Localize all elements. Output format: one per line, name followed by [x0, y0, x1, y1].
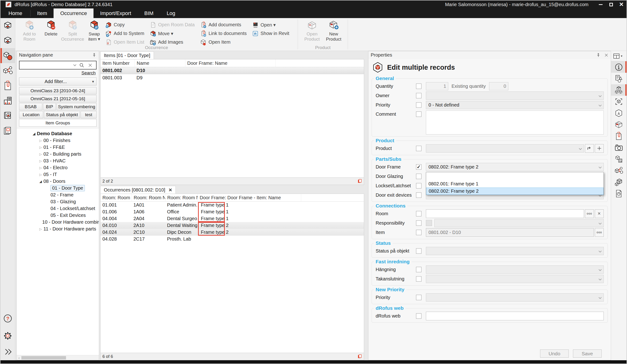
- room-browse-button[interactable]: ooo: [585, 209, 594, 218]
- search-icon[interactable]: [79, 63, 84, 68]
- rtool-classification-button[interactable]: [611, 153, 627, 165]
- open-web-button[interactable]: Open ▾: [252, 20, 294, 29]
- product-open-button[interactable]: [585, 144, 594, 153]
- occurrence-row[interactable]: 04.0102A10Dental WaitingFrame type 2: [101, 222, 364, 229]
- door-frame-checkbox[interactable]: [416, 164, 421, 170]
- tree-item-02-building-parts[interactable]: ▷02 - Building parts: [17, 151, 99, 157]
- tree-expanded-icon[interactable]: ◢: [31, 132, 37, 136]
- hangning-checkbox[interactable]: [416, 267, 421, 272]
- search-input[interactable]: [19, 63, 74, 68]
- delete-button[interactable]: Delete: [41, 20, 61, 37]
- occ-col-room-function[interactable]: Room: Room Fu...: [101, 194, 132, 202]
- tab-item[interactable]: Item: [31, 8, 54, 18]
- existing-quantity-input[interactable]: 0: [489, 82, 508, 90]
- tab-home[interactable]: Home: [0, 8, 30, 18]
- pin-icon[interactable]: [92, 53, 97, 57]
- scrollbar-thumb[interactable]: [21, 356, 66, 360]
- maximize-button[interactable]: [606, 0, 616, 8]
- new-product-button[interactable]: NewProduct: [323, 20, 344, 42]
- tree-item-demo-database[interactable]: ◢Demo Database: [17, 130, 99, 137]
- tree-item-01-door-type[interactable]: 01 - Door Type: [17, 185, 99, 191]
- door-glazing-checkbox[interactable]: [416, 174, 421, 179]
- tab-log[interactable]: Log: [160, 8, 182, 18]
- tree-item-05-exit-devices[interactable]: 05 - Exit Devices: [17, 212, 99, 219]
- items-tab[interactable]: Items [01 - Door Type]: [100, 51, 154, 59]
- pin-icon[interactable]: [596, 53, 601, 57]
- occurrence-row[interactable]: 01.0061A06OfficeFrame type 1: [101, 208, 364, 215]
- rtool-model-button[interactable]: [611, 107, 627, 119]
- product-select[interactable]: [426, 144, 584, 153]
- search-link[interactable]: Search: [17, 70, 96, 76]
- items-row[interactable]: 0801.002 D10: [101, 67, 364, 74]
- tree-collapsed-icon[interactable]: ▷: [38, 227, 44, 231]
- filter-system-numbering-button[interactable]: System numbering: [57, 103, 97, 110]
- rtool-report-button[interactable]: [611, 73, 627, 84]
- scroll-left-icon[interactable]: ‹: [17, 356, 21, 360]
- tree-item-05-it[interactable]: ▷05 - IT: [17, 171, 99, 178]
- show-in-revit-button[interactable]: Show in Revit: [252, 29, 294, 38]
- items-col-item-number[interactable]: Item Number: [101, 59, 135, 67]
- add-to-system-button[interactable]: Add to System: [105, 29, 149, 38]
- lockset-checkbox[interactable]: [416, 183, 421, 188]
- layout-selector-button[interactable]: ▾: [611, 51, 627, 61]
- save-button[interactable]: Save: [573, 349, 602, 358]
- filter-test-button[interactable]: test: [81, 111, 97, 118]
- sidebar-expand-button[interactable]: [0, 347, 15, 357]
- product-add-button[interactable]: [595, 144, 604, 153]
- close-tab-icon[interactable]: ✕: [168, 187, 172, 193]
- swap-item-button[interactable]: Swapitem ▾: [84, 20, 104, 42]
- tree-item-10-door-hardware-combinations[interactable]: 10 - Door Hardware combir: [17, 219, 99, 226]
- filter-status-pa-objekt-button[interactable]: Status på objekt: [44, 111, 80, 118]
- comment-textarea[interactable]: [426, 111, 604, 135]
- room-input[interactable]: [426, 209, 584, 218]
- tree-collapsed-icon[interactable]: ▷: [38, 152, 44, 156]
- item-browse-button[interactable]: ooo: [595, 228, 604, 237]
- quantity-input[interactable]: 1: [426, 82, 448, 90]
- item-checkbox[interactable]: [416, 230, 421, 235]
- status-pa-objekt-select[interactable]: [426, 247, 604, 255]
- clear-search-icon[interactable]: [88, 63, 93, 68]
- add-filter-button[interactable]: Add filter... ▾: [19, 77, 97, 86]
- responsibility-mini-checkbox[interactable]: [426, 220, 432, 226]
- responsibility-checkbox[interactable]: [416, 220, 421, 226]
- sidebar-items-button[interactable]: [0, 48, 15, 63]
- rtool-documents-button[interactable]: [611, 130, 627, 142]
- drofus-web-checkbox[interactable]: [416, 313, 421, 319]
- new-priority-select[interactable]: [426, 293, 604, 302]
- occ-col-room-name[interactable]: Room: Room N...: [165, 194, 198, 202]
- occ-col-room-number[interactable]: Room: Room N...: [132, 194, 165, 202]
- rtool-systems-button[interactable]: [611, 165, 627, 176]
- tree-collapsed-icon[interactable]: ▷: [38, 173, 44, 177]
- priority-checkbox[interactable]: [416, 102, 421, 108]
- tab-bim[interactable]: BIM: [138, 8, 160, 18]
- sidebar-settings-button[interactable]: [0, 331, 15, 341]
- items-status-icon[interactable]: [357, 179, 362, 183]
- filter-bip-button[interactable]: BIP: [43, 103, 56, 110]
- tab-occurrence[interactable]: Occurrence: [53, 8, 94, 18]
- item-input[interactable]: 0801.002 - D10: [426, 228, 594, 237]
- drofus-web-input[interactable]: [426, 312, 604, 320]
- tree-item-02-frame[interactable]: 02 - Frame: [17, 191, 99, 198]
- door-exit-devices-checkbox[interactable]: [416, 192, 421, 198]
- rtool-bim-button[interactable]: [611, 96, 627, 107]
- tree-item-11-door-hardware-parts[interactable]: ▷11 - Door Hardware parts: [17, 226, 99, 232]
- tree-item-03-hvac[interactable]: ▷03 - HVAC: [17, 157, 99, 164]
- tree-item-08-doors[interactable]: ◢08 - Doors: [17, 178, 99, 185]
- comment-checkbox[interactable]: [416, 111, 421, 117]
- occurrences-tab[interactable]: Occurrences [0801.002: D10] ✕: [100, 186, 176, 194]
- owner-checkbox[interactable]: [416, 93, 421, 98]
- items-col-door-frame-name[interactable]: Door Frame: Name: [185, 59, 275, 67]
- takanslutning-select[interactable]: [426, 275, 604, 283]
- items-col-name[interactable]: Name: [135, 59, 185, 67]
- horizontal-scrollbar[interactable]: ‹: [17, 355, 99, 360]
- tree-item-04-electro[interactable]: ▷04 - Electro: [17, 164, 99, 171]
- occurrence-row[interactable]: 04.0242C10Dipc DeconFrame type 2: [101, 229, 364, 236]
- rtool-product-button[interactable]: [611, 119, 627, 130]
- close-panel-icon[interactable]: [604, 53, 609, 57]
- filter-omniclass23-button[interactable]: OmniClass 23 [2010-06-24]: [19, 87, 97, 94]
- sidebar-room-data-button[interactable]: [0, 33, 15, 48]
- rtool-log-button[interactable]: [611, 188, 627, 199]
- sidebar-catalog-button[interactable]: [0, 108, 15, 123]
- items-row[interactable]: 0801.003 D9: [101, 74, 364, 81]
- close-button[interactable]: ✕: [616, 0, 627, 8]
